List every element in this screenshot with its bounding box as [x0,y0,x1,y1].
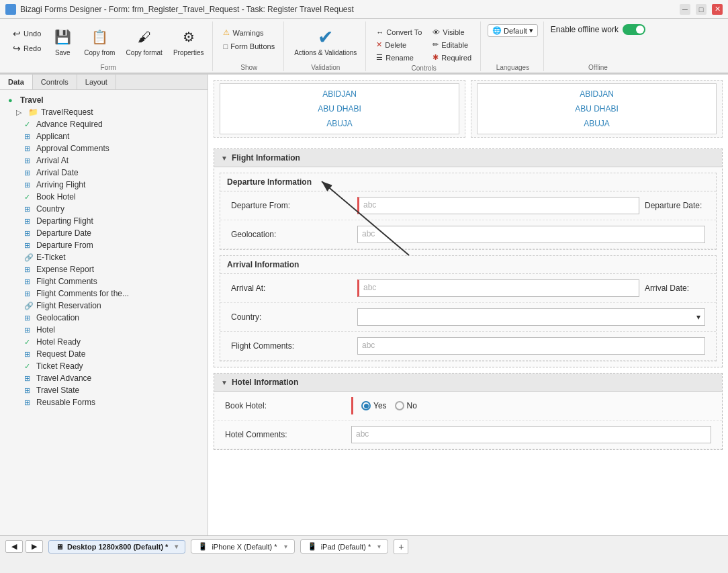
departure-from-input[interactable]: abc [357,197,639,214]
undo-button[interactable]: ↩ Undo [9,27,44,40]
tree-item-departing-flight[interactable]: ⊞ Departing Flight [0,215,208,227]
languages-dropdown[interactable]: 🌐 Default ▾ [488,24,538,37]
hotel-info-header[interactable]: ▼ Hotel Information [214,373,722,392]
book-hotel-row: Book Hotel: Yes No [214,392,722,421]
tree-item-arrival-at[interactable]: ⊞ Arrival At [0,155,208,167]
warnings-button[interactable]: ⚠ Warnings [220,27,267,38]
tree-item-travel-label: Travel [20,95,44,105]
tree-item-applicant[interactable]: ⊞ Applicant [0,130,208,142]
country-select-arrow: ▾ [696,312,700,322]
tree-item-hotel-ready[interactable]: ✓ Hotel Ready [0,336,208,348]
book-hotel-yes-radio[interactable] [361,401,371,410]
maximize-button[interactable]: □ [696,4,707,15]
undo-icon: ↩ [13,28,21,39]
device-desktop-close-icon[interactable]: ▾ [175,543,178,550]
copy-format-button[interactable]: 🖌 Copy format [122,24,165,58]
form-buttons-button[interactable]: □ Form Buttons [220,41,278,52]
airport-left-2[interactable]: ABUJA [223,116,456,131]
bottom-nav-right[interactable]: ▶ [26,540,43,553]
airport-right-2[interactable]: ABUJA [480,116,713,131]
offline-toggle-switch[interactable]: Enable offline work [551,24,645,35]
sidebar-tab-data[interactable]: Data [0,75,33,89]
device-ipad-label: iPad (Default) * [321,543,371,551]
convert-to-button[interactable]: ↔ Convert To [373,27,425,38]
country-select[interactable]: ▾ [357,308,705,326]
tree-item-ticket-ready[interactable]: ✓ Ticket Ready [0,360,208,372]
rename-button[interactable]: ☰ Rename [373,52,425,63]
tree-item-hotel[interactable]: ⊞ Hotel [0,324,208,336]
book-hotel-no-option[interactable]: No [395,401,417,410]
offline-toggle-track[interactable] [623,24,645,35]
save-button[interactable]: 💾 Save [48,24,77,58]
device-tab-ipad[interactable]: 📱 iPad (Default) * ▾ [300,539,389,554]
bottom-nav-left[interactable]: ◀ [5,540,23,553]
device-tab-iphone[interactable]: 📱 iPhone X (Default) * ▾ [191,539,294,554]
airport-left-0[interactable]: ABIDJAN [223,87,456,101]
tree-item-reusable-forms[interactable]: ⊞ Reusable Forms [0,396,208,408]
properties-button[interactable]: ⚙ Properties [170,24,208,58]
actions-validations-button[interactable]: ✔ Actions & Validations [291,24,360,58]
tree-item-flight-reservation-label: Flight Reservation [36,301,101,310]
arrival-at-input[interactable]: abc [357,279,639,297]
tree-item-flight-reservation[interactable]: 🔗 Flight Reservation [0,300,208,312]
minimize-button[interactable]: ─ [680,4,690,15]
device-ipad-close-icon[interactable]: ▾ [377,543,381,550]
tree-item-advance-required[interactable]: ✓ Advance Required [0,118,208,130]
delete-button[interactable]: ✕ Delete [373,39,425,50]
tree-item-request-date[interactable]: ⊞ Request Date [0,348,208,360]
flight-comments-field: abc [357,337,705,355]
required-label: Required [441,54,471,62]
airport-right-0[interactable]: ABIDJAN [480,87,713,101]
geolocation-input[interactable]: abc [357,226,705,243]
tree-item-flight-comments-for[interactable]: ⊞ Flight Comments for the... [0,288,208,300]
flight-comments-input[interactable]: abc [357,337,705,355]
tree-item-geolocation[interactable]: ⊞ Geolocation [0,312,208,324]
device-iphone-close-icon[interactable]: ▾ [284,543,287,550]
geolocation-field: abc [357,226,705,243]
tree-item-arrival-date[interactable]: ⊞ Arrival Date [0,167,208,179]
delete-label: Delete [385,41,406,49]
tree-item-eticket[interactable]: 🔗 E-Ticket [0,251,208,263]
book-hotel-yes-option[interactable]: Yes [361,401,387,410]
tree-item-arrival-date-label: Arrival Date [36,168,79,177]
tree-item-country[interactable]: ⊞ Country [0,203,208,215]
travel-advance-field-icon: ⊞ [24,374,34,383]
tree-item-flight-comments[interactable]: ⊞ Flight Comments [0,275,208,288]
visible-button[interactable]: 👁 Visible [429,27,475,38]
device-tab-desktop[interactable]: 🖥 Desktop 1280x800 (Default) * ▾ [48,540,185,554]
flight-info-header[interactable]: ▼ Flight Information [214,149,722,167]
arriving-flight-field-icon: ⊞ [24,181,34,189]
sidebar-tab-layout[interactable]: Layout [77,75,116,89]
copy-from-button[interactable]: 📋 Copy from [81,24,118,58]
tree-item-departure-date[interactable]: ⊞ Departure Date [0,227,208,239]
visible-label: Visible [443,28,464,36]
properties-label: Properties [173,49,204,56]
sidebar-tab-controls[interactable]: Controls [33,75,77,89]
advance-required-check-icon: ✓ [24,120,34,129]
tree-item-arriving-flight[interactable]: ⊞ Arriving Flight [0,179,208,191]
tree-item-departure-from[interactable]: ⊞ Departure From [0,239,208,251]
departure-from-row: Departure From: abc Departure Date: [220,191,716,220]
tree-item-book-hotel[interactable]: ✓ Book Hotel [0,191,208,203]
editable-icon: ✏ [433,40,439,49]
tree-item-travel-advance[interactable]: ⊞ Travel Advance [0,372,208,384]
redo-label: Redo [24,44,41,52]
redo-button[interactable]: ↪ Redo [9,42,44,55]
hotel-comments-input[interactable]: abc [351,426,711,443]
tree-item-expense-report[interactable]: ⊞ Expense Report [0,263,208,275]
editable-button[interactable]: ✏ Editable [429,39,475,50]
canvas-area: ABIDJAN ABU DHABI ABUJA ABIDJAN ABU DHAB… [208,75,728,535]
tree-item-travel[interactable]: ● Travel [0,94,208,106]
book-hotel-no-radio[interactable] [395,401,404,410]
device-ipad-icon: 📱 [308,542,317,551]
tree-item-travel-state[interactable]: ⊞ Travel State [0,384,208,396]
add-device-tab-button[interactable]: + [394,539,408,554]
tree-item-approval-comments[interactable]: ⊞ Approval Comments [0,142,208,155]
tree-item-travelrequest[interactable]: ▷ 📁 TravelRequest [0,106,208,118]
book-hotel-check-icon: ✓ [24,193,34,202]
airport-left-1[interactable]: ABU DHABI [223,101,456,116]
required-button[interactable]: ✱ Required [429,52,475,63]
close-button[interactable]: ✕ [712,4,723,15]
airport-right-1[interactable]: ABU DHABI [480,101,713,116]
departure-date-field-icon: ⊞ [24,229,34,238]
